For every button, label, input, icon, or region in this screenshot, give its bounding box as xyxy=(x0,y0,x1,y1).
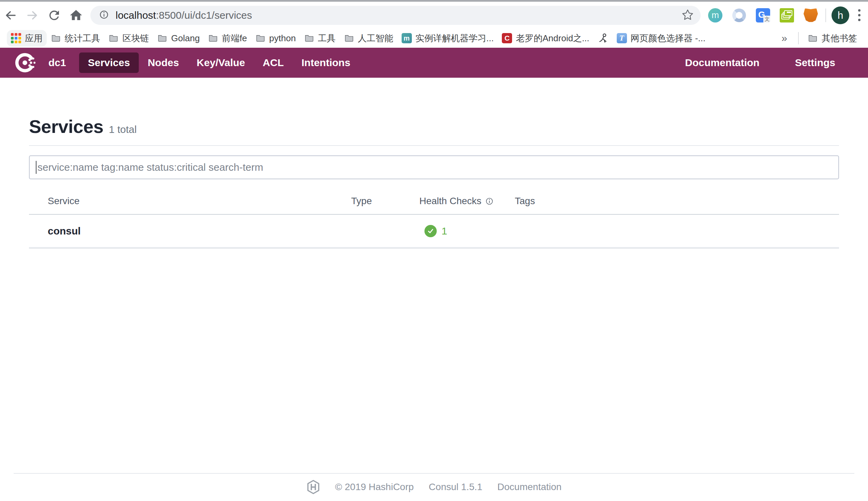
url-text[interactable]: localhost:8500/ui/dc1/services xyxy=(116,10,252,21)
nav-tab-services[interactable]: Services xyxy=(79,53,139,73)
profile-avatar[interactable]: h xyxy=(832,7,849,24)
health-passing-count: 1 xyxy=(442,225,447,237)
bookmark-folder[interactable]: 前端fe xyxy=(204,30,251,47)
bookmark-android-blog[interactable]: C 老罗的Android之... xyxy=(498,30,593,47)
info-icon[interactable] xyxy=(485,197,494,206)
nav-link-settings[interactable]: Settings xyxy=(786,53,844,73)
folder-icon xyxy=(344,33,354,43)
extension-metamask-icon[interactable] xyxy=(804,9,818,22)
table-row[interactable]: consul 1 xyxy=(29,215,839,249)
browser-toolbar: localhost:8500/ui/dc1/services m G 文 h xyxy=(0,2,868,29)
site-info-icon[interactable] xyxy=(98,9,109,21)
folder-icon xyxy=(51,33,61,43)
bookmark-folder[interactable]: 工具 xyxy=(300,30,340,47)
consul-navbar: dc1 Services Nodes Key/Value ACL Intenti… xyxy=(0,48,868,78)
home-button[interactable] xyxy=(68,8,84,23)
bookmark-label: Golang xyxy=(171,33,200,44)
bookmark-label: 前端fe xyxy=(222,32,247,44)
bookmark-color-picker[interactable]: T 网页颜色选择器 -... xyxy=(613,30,710,47)
bookmarks-separator xyxy=(798,32,799,44)
bookmark-star-icon[interactable] xyxy=(681,9,694,22)
service-name[interactable]: consul xyxy=(29,225,351,237)
nav-tab-acl[interactable]: ACL xyxy=(254,53,293,73)
bookmark-label: 老罗的Android之... xyxy=(516,32,589,44)
csdn-c-favicon: C xyxy=(502,33,512,43)
bookmark-folder[interactable]: 统计工具 xyxy=(47,30,104,47)
hashicorp-logo-icon xyxy=(307,480,320,494)
footer-divider xyxy=(14,473,854,474)
url-host: localhost xyxy=(116,10,156,21)
nav-tab-keyvalue[interactable]: Key/Value xyxy=(188,53,254,73)
datacenter-selector[interactable]: dc1 xyxy=(49,57,66,68)
url-path: :8500/ui/dc1/services xyxy=(156,10,252,21)
toolbar-separator xyxy=(825,9,826,22)
forward-button[interactable] xyxy=(25,8,40,23)
address-bar[interactable]: localhost:8500/ui/dc1/services xyxy=(91,6,701,25)
folder-icon xyxy=(304,33,314,43)
total-count-badge: 1 total xyxy=(109,124,137,135)
health-passing-icon xyxy=(424,225,437,237)
extension-icons: m G 文 xyxy=(708,8,818,22)
bookmark-label: 网页颜色选择器 -... xyxy=(631,32,706,44)
bookmarks-overflow-chevron[interactable]: » xyxy=(775,32,793,44)
reload-button[interactable] xyxy=(47,8,62,23)
bookmark-folder[interactable]: python xyxy=(251,31,300,46)
footer-version: Consul 1.5.1 xyxy=(429,482,483,492)
t-favicon: T xyxy=(617,33,627,43)
page-footer: © 2019 HashiCorp Consul 1.5.1 Documentat… xyxy=(0,473,868,501)
bookmark-folder[interactable]: 人工智能 xyxy=(340,30,398,47)
nav-link-documentation[interactable]: Documentation xyxy=(676,53,768,73)
text-caret xyxy=(36,161,36,174)
folder-icon xyxy=(208,33,218,43)
search-placeholder: service:name tag:name status:critical se… xyxy=(38,161,263,173)
nav-tab-intentions[interactable]: Intentions xyxy=(293,53,359,73)
page-title: Services xyxy=(29,116,103,137)
footer-copyright: © 2019 HashiCorp xyxy=(335,482,414,492)
other-bookmarks-folder[interactable]: 其他书签 xyxy=(804,30,861,47)
bookmark-glyph[interactable] xyxy=(594,30,613,46)
nav-tab-nodes[interactable]: Nodes xyxy=(139,53,188,73)
health-checks-cell: 1 xyxy=(419,225,515,237)
main-content: Services 1 total service:name tag:name s… xyxy=(0,78,868,473)
folder-icon xyxy=(108,33,119,43)
bookmark-ml-article[interactable]: m 实例详解机器学习... xyxy=(398,30,498,47)
bookmark-label: python xyxy=(269,33,296,44)
folder-icon xyxy=(808,33,818,43)
bookmark-apps[interactable]: 应用 xyxy=(7,30,47,47)
extension-tabs-icon[interactable] xyxy=(780,8,794,22)
person-glyph-favicon xyxy=(597,33,608,44)
browser-nav-buttons xyxy=(3,8,84,23)
bookmark-folder[interactable]: Golang xyxy=(153,31,204,46)
browser-menu-button[interactable] xyxy=(856,7,862,23)
folder-icon xyxy=(157,33,167,43)
bookmark-label: 工具 xyxy=(318,32,336,44)
consul-logo-icon[interactable] xyxy=(14,52,36,74)
bookmark-label: 应用 xyxy=(25,32,43,44)
bookmark-folder[interactable]: 区块链 xyxy=(104,30,153,47)
apps-grid-icon xyxy=(11,33,21,43)
bookmark-label: 人工智能 xyxy=(358,32,393,44)
column-header-health-checks[interactable]: Health Checks xyxy=(419,196,515,214)
extension-m-icon[interactable]: m xyxy=(708,8,722,22)
bookmarks-bar: 应用 统计工具 区块链 Golang 前端fe python 工具 人工智能 m… xyxy=(0,29,868,48)
back-button[interactable] xyxy=(3,8,18,23)
bookmark-label: 区块链 xyxy=(123,32,149,44)
search-input[interactable]: service:name tag:name status:critical se… xyxy=(29,156,839,179)
m-favicon: m xyxy=(402,33,412,43)
bookmark-label: 统计工具 xyxy=(65,32,100,44)
extension-ring-icon[interactable] xyxy=(732,8,746,22)
table-header-row: Service Type Health Checks Tags xyxy=(29,179,839,215)
column-header-service[interactable]: Service xyxy=(29,196,351,214)
bookmark-label: 实例详解机器学习... xyxy=(416,32,494,44)
extension-translate-icon[interactable]: G 文 xyxy=(756,8,770,22)
column-header-tags[interactable]: Tags xyxy=(515,196,839,214)
folder-icon xyxy=(255,33,266,43)
footer-documentation-link[interactable]: Documentation xyxy=(497,482,561,492)
column-header-type[interactable]: Type xyxy=(351,196,419,214)
other-bookmarks-label: 其他书签 xyxy=(822,32,857,44)
